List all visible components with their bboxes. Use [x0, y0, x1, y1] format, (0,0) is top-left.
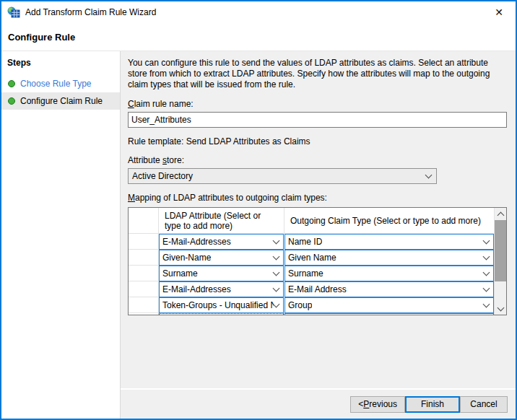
label-text: Attribute — [128, 155, 162, 165]
table-new-row — [129, 313, 494, 315]
table-row: E-Mail-Addresses Name ID — [129, 234, 494, 250]
chevron-down-icon — [483, 285, 490, 292]
chevron-down-icon — [483, 237, 490, 245]
attribute-store-dropdown[interactable]: Active Directory — [128, 168, 437, 184]
close-icon[interactable]: ✕ — [491, 4, 507, 20]
claim-rule-name-input[interactable] — [128, 112, 507, 128]
row-selector[interactable] — [129, 313, 159, 315]
row-selector[interactable] — [129, 266, 159, 281]
window-title: Add Transform Claim Rule Wizard — [25, 7, 491, 17]
outgoing-claim-type-dropdown[interactable]: Given Name — [284, 250, 494, 266]
access-key: P — [363, 399, 369, 409]
ldap-attribute-dropdown[interactable]: Given-Name — [159, 250, 284, 266]
label-text: laim rule name: — [134, 99, 194, 109]
ldap-attribute-dropdown[interactable]: Surname — [159, 266, 284, 281]
ldap-attribute-dropdown[interactable]: E-Mail-Addresses — [159, 281, 284, 297]
access-key: M — [128, 193, 135, 203]
label-text: apping of LDAP attributes to outgoing cl… — [135, 193, 327, 203]
scrollbar-thumb[interactable] — [495, 220, 506, 281]
steps-header: Steps — [1, 58, 120, 75]
step-bullet-icon — [8, 80, 15, 87]
previous-button[interactable]: < Previous — [350, 396, 405, 413]
cell-value: Given-Name — [162, 253, 211, 263]
outgoing-claim-type-dropdown[interactable]: Surname — [284, 266, 494, 281]
outgoing-claim-type-dropdown[interactable]: Group — [284, 297, 494, 313]
row-selector[interactable] — [129, 281, 159, 297]
outgoing-claim-type-dropdown-empty[interactable] — [284, 313, 494, 315]
wizard-window: Add Transform Claim Rule Wizard ✕ Config… — [0, 0, 517, 420]
claim-rule-name-label: Claim rule name: — [128, 99, 507, 109]
wizard-icon — [7, 6, 20, 18]
chevron-down-icon — [273, 301, 280, 308]
cell-value: E-Mail-Addresses — [162, 284, 231, 294]
mapping-table: LDAP Attribute (Select or type to add mo… — [128, 207, 507, 315]
table-row: E-Mail-Addresses E-Mail Address — [129, 281, 494, 297]
row-selector[interactable] — [129, 250, 159, 266]
attribute-store-label: Attribute store: — [128, 155, 507, 165]
label-text: tore: — [167, 155, 184, 165]
step-configure-claim-rule[interactable]: Configure Claim Rule — [1, 92, 120, 110]
cell-value: Given Name — [288, 253, 336, 263]
step-choose-rule-type[interactable]: Choose Rule Type — [1, 75, 120, 92]
column-header-ldap-attribute: LDAP Attribute (Select or type to add mo… — [159, 208, 284, 233]
button-text: < — [358, 399, 363, 409]
step-label: Choose Rule Type — [20, 79, 92, 89]
cancel-button[interactable]: Cancel — [460, 396, 508, 413]
ldap-attribute-dropdown[interactable]: Token-Groups - Unqualified Names — [159, 297, 284, 313]
steps-sidebar: Steps Choose Rule Type Configure Claim R… — [1, 51, 121, 419]
step-label: Configure Claim Rule — [20, 96, 103, 106]
access-key: C — [128, 99, 134, 109]
outgoing-claim-type-dropdown[interactable]: Name ID — [284, 234, 494, 250]
chevron-down-icon — [497, 304, 504, 311]
step-bullet-icon — [8, 97, 15, 105]
cell-value: Name ID — [288, 237, 322, 247]
table-row: Given-Name Given Name — [129, 250, 494, 266]
outgoing-claim-type-dropdown[interactable]: E-Mail Address — [284, 281, 494, 297]
cell-value: Surname — [162, 268, 198, 279]
title-bar: Add Transform Claim Rule Wizard ✕ — [1, 1, 516, 23]
chevron-down-icon — [273, 253, 280, 261]
description-text: You can configure this rule to send the … — [128, 58, 507, 90]
cell-value: Surname — [288, 268, 323, 279]
attribute-store-value: Active Directory — [132, 171, 193, 181]
row-selector-header — [129, 208, 159, 233]
mapping-label: Mapping of LDAP attributes to outgoing c… — [128, 193, 507, 203]
table-scrollbar[interactable] — [494, 208, 506, 315]
content-area: You can configure this rule to send the … — [121, 51, 516, 388]
button-text: revious — [369, 399, 397, 409]
chevron-down-icon — [273, 269, 280, 276]
cell-value: Token-Groups - Unqualified Names — [162, 300, 274, 310]
ldap-attribute-dropdown[interactable]: E-Mail-Addresses — [159, 234, 284, 250]
table-row: Token-Groups - Unqualified Names Group — [129, 297, 494, 313]
chevron-down-icon — [273, 285, 280, 292]
table-row: Surname Surname — [129, 266, 494, 281]
chevron-down-icon — [483, 269, 490, 276]
page-title: Configure Rule — [8, 32, 75, 43]
heading-band: Configure Rule — [1, 23, 516, 51]
footer-bar: < Previous Finish Cancel — [121, 388, 516, 419]
column-header-outgoing-claim-type: Outgoing Claim Type (Select or type to a… — [284, 208, 494, 233]
cell-value: E-Mail Address — [288, 284, 347, 294]
cell-value: E-Mail-Addresses — [162, 237, 231, 247]
chevron-down-icon — [425, 172, 433, 179]
scroll-up-button[interactable] — [495, 208, 506, 220]
table-header-row: LDAP Attribute (Select or type to add mo… — [129, 208, 494, 234]
finish-button[interactable]: Finish — [405, 396, 460, 413]
chevron-down-icon — [273, 237, 280, 245]
rule-template-text: Rule template: Send LDAP Attributes as C… — [128, 136, 507, 146]
chevron-down-icon — [483, 253, 490, 261]
row-selector[interactable] — [129, 234, 159, 250]
scroll-down-button[interactable] — [495, 302, 506, 315]
row-selector[interactable] — [129, 297, 159, 313]
chevron-down-icon — [483, 301, 490, 308]
chevron-up-icon — [497, 211, 504, 219]
ldap-attribute-dropdown-empty[interactable] — [159, 313, 284, 315]
cell-value: Group — [288, 300, 312, 310]
